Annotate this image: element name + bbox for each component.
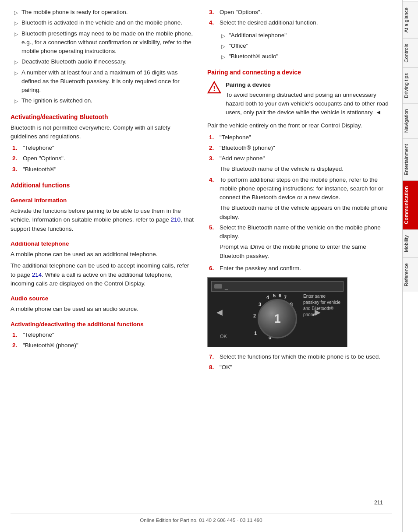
num-4: 4 xyxy=(266,294,269,301)
step-item: 3. Open "Options". xyxy=(207,8,392,17)
svg-text:!: ! xyxy=(213,85,215,92)
num-1: 1 xyxy=(254,330,257,337)
num-5: 5 xyxy=(273,292,276,299)
pairing-heading: Pairing and connecting a device xyxy=(207,68,392,77)
bullet-item: ▷ The ignition is switched on. xyxy=(11,96,195,105)
right-column: 3. Open "Options". 4. Select the desired… xyxy=(207,8,392,499)
sub2-text2: The additional telephone can be used to … xyxy=(11,261,195,288)
step-item: 5. Select the Bluetooth name of the vehi… xyxy=(207,223,392,241)
bullet-item: ▷ A number with at least four and a maxi… xyxy=(11,68,195,95)
sub-bullet-item: ▷ "Bluetooth® audio" xyxy=(218,52,392,61)
warning-body: To avoid becoming distracted and posing … xyxy=(226,92,389,116)
bullet-item: ▷ Deactivate Bluetooth audio if necessar… xyxy=(11,57,195,66)
cursor: _ xyxy=(225,282,228,291)
step-item: 2. "Bluetooth® (phone)" xyxy=(11,341,195,350)
sub1-text: Activate the functions before pairing to… xyxy=(11,207,195,233)
passkey-image: _ 5 6 4 7 3 8 2 9 1 0 xyxy=(207,277,347,347)
bullet-arrow-icon: ▷ xyxy=(14,58,18,66)
right-top-steps: 3. Open "Options". 4. Select the desired… xyxy=(207,8,392,28)
bullet-item: ▷ The mobile phone is ready for operatio… xyxy=(11,8,195,17)
section2-heading: Additional functions xyxy=(11,181,195,190)
step-item: 3. "Add new phone" xyxy=(207,154,392,163)
step-indent: The Bluetooth name of the vehicle appear… xyxy=(207,204,392,222)
sub4-steps: 1. "Telephone" 2. "Bluetooth® (phone)" xyxy=(11,331,195,350)
intro-bullets: ▷ The mobile phone is ready for operatio… xyxy=(11,8,195,106)
page-number: 211 xyxy=(11,499,392,507)
sub1-heading: General information xyxy=(11,196,195,205)
bullet-arrow-icon: ▷ xyxy=(221,32,225,40)
warning-text-block: Pairing a device To avoid becoming distr… xyxy=(226,81,392,117)
step-item: 2. "Bluetooth® (phone)" xyxy=(207,144,392,152)
warning-title: Pairing a device xyxy=(226,81,392,89)
section1-intro: Bluetooth is not permitted everywhere. C… xyxy=(11,123,195,141)
bullet-item: ▷ Bluetooth presettings may need to be m… xyxy=(11,29,195,56)
step6-list: 6. Enter the passkey and confirm. xyxy=(207,264,392,273)
knob-center-num: 1 xyxy=(274,310,281,328)
warning-box: ! Pairing a device To avoid becoming dis… xyxy=(207,81,392,117)
bullet-arrow-icon: ▷ xyxy=(221,53,225,61)
page-link-214[interactable]: 214 xyxy=(32,271,42,278)
sub-bullet-item: ▷ "Additional telephone" xyxy=(218,31,392,40)
bullet-arrow-icon: ▷ xyxy=(14,19,18,27)
section1-steps: 1. "Telephone" 2. Open "Options". 3. "Bl… xyxy=(11,144,195,174)
step-indent: The Bluetooth name of the vehicle is dis… xyxy=(207,165,392,173)
idrive-knob-container: 5 6 4 7 3 8 2 9 1 0 1 xyxy=(249,290,306,347)
bottom-steps: 7. Select the functions for which the mo… xyxy=(207,352,392,372)
bullet-arrow-icon: ▷ xyxy=(14,97,18,105)
sidebar-tab-navigation[interactable]: Navigation xyxy=(403,103,418,138)
step-item: 3. "Bluetooth®" xyxy=(11,165,195,174)
pair-text: Pair the vehicle entirely on the front o… xyxy=(207,121,392,130)
step-item: 1. "Telephone" xyxy=(11,331,195,339)
footer: Online Edition for Part no. 01 40 2 606 … xyxy=(11,514,392,524)
sidebar-tab-controls[interactable]: Controls xyxy=(403,38,418,68)
sub2-heading: Additional telephone xyxy=(11,240,195,248)
bullet-arrow-icon: ▷ xyxy=(14,9,18,17)
sub2-text1: A mobile phone can be used as an additio… xyxy=(11,250,195,259)
sub3-heading: Audio source xyxy=(11,294,195,303)
step-item: 8. "OK" xyxy=(207,363,392,372)
screen-indicator xyxy=(214,284,222,289)
ok-label: OK xyxy=(220,333,227,340)
step-item: 1. "Telephone" xyxy=(11,144,195,152)
warning-suffix: ◄ xyxy=(375,109,381,116)
sidebar-tab-mobility[interactable]: Mobility xyxy=(403,229,418,257)
sidebar-tab-driving-tips[interactable]: Driving tips xyxy=(403,67,418,103)
online-edition-text: Online Edition for Part no. 01 40 2 606 … xyxy=(140,518,262,523)
sub4-heading: Activating/deactivating the additional f… xyxy=(11,320,195,329)
sidebar-tab-at-a-glance[interactable]: At a glance xyxy=(403,2,418,38)
step-item: 1. "Telephone" xyxy=(207,133,392,142)
sidebar-tab-communication[interactable]: Communication xyxy=(403,180,418,229)
bullet-arrow-icon: ▷ xyxy=(14,30,18,56)
num-3: 3 xyxy=(259,301,261,308)
sidebar: At a glance Controls Driving tips Naviga… xyxy=(402,0,418,532)
step-item: 6. Enter the passkey and confirm. xyxy=(207,264,392,273)
main-content: ▷ The mobile phone is ready for operatio… xyxy=(0,0,402,532)
step-item: 4. To perform additional steps on the mo… xyxy=(207,176,392,202)
bullet-arrow-icon: ▷ xyxy=(14,69,18,95)
section1-heading: Activating/deactivating Bluetooth xyxy=(11,113,195,122)
left-arrow-icon: ◀ xyxy=(216,307,223,318)
bullet-item: ▷ Bluetooth is activated in the vehicle … xyxy=(11,18,195,27)
idrive-knob: 1 xyxy=(258,299,297,338)
left-column: ▷ The mobile phone is ready for operatio… xyxy=(11,8,195,499)
num-2: 2 xyxy=(253,312,256,320)
sub-bullets: ▷ "Additional telephone" ▷ "Office" ▷ "B… xyxy=(218,31,392,61)
num-6: 6 xyxy=(279,292,281,299)
page-link-210[interactable]: 210 xyxy=(170,216,181,223)
step-item: 7. Select the functions for which the mo… xyxy=(207,352,392,361)
step-item: 2. Open "Options". xyxy=(11,154,195,163)
passkey-label-text: Enter same passkey for vehicle and Bluet… xyxy=(303,293,343,318)
warning-triangle-icon: ! xyxy=(207,81,221,95)
sub3-text: A mobile phone can be used as an audio s… xyxy=(11,305,195,314)
step-item: 4. Select the desired additional functio… xyxy=(207,18,392,27)
sidebar-tab-reference[interactable]: Reference xyxy=(403,257,418,292)
sidebar-tab-entertainment[interactable]: Entertainment xyxy=(403,138,418,181)
pairing-steps: 1. "Telephone" 2. "Bluetooth® (phone)" 3… xyxy=(207,133,392,261)
bullet-arrow-icon: ▷ xyxy=(221,42,225,50)
step-indent: Prompt via iDrive or the mobile phone to… xyxy=(207,243,392,261)
sub-bullet-item: ▷ "Office" xyxy=(218,42,392,50)
